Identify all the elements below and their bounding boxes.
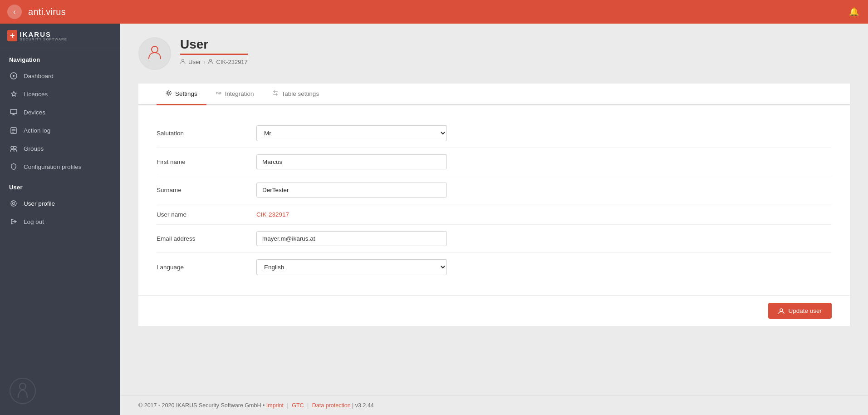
user-profile-icon [9,199,18,208]
user-avatar-icon [147,44,163,64]
sidebar-item-dashboard[interactable]: Dashboard [0,67,120,85]
logo-text: IKARUS [20,30,52,38]
language-select[interactable]: English German French Spanish [256,259,447,275]
svg-point-10 [14,146,16,149]
surname-input[interactable] [256,183,447,198]
settings-tab-icon [166,90,172,98]
breadcrumb-id: CIK-232917 [216,59,247,65]
tab-integration-label: Integration [225,90,254,97]
footer-imprint-link[interactable]: Imprint [266,402,284,409]
salutation-label: Salutation [157,130,256,137]
form-card-wrapper: Settings Integration [138,84,850,326]
sidebar-item-action-log[interactable]: Action log [0,121,120,139]
table-settings-tab-icon [272,90,279,98]
username-row: User name CIK-232917 [157,204,832,225]
firstname-control [256,154,447,169]
tab-table-settings-label: Table settings [282,90,319,97]
surname-control [256,183,447,198]
tab-settings-label: Settings [175,90,197,97]
user-avatar [138,37,171,70]
salutation-row: Salutation Mr Mrs Ms Dr [157,119,832,148]
svg-point-26 [780,309,783,311]
back-button[interactable]: ‹ [7,5,22,19]
footer-data-protection-link[interactable]: Data protection [312,402,351,409]
sidebar-logo: + IKARUS SECURITY SOFTWARE [0,24,120,48]
footer-sep1: | [287,402,288,409]
bell-icon[interactable]: 🔔 [849,7,859,17]
content-area: User User › [120,24,868,395]
svg-point-12 [13,203,15,205]
svg-point-15 [10,378,35,404]
sidebar-item-label: User profile [24,200,55,207]
svg-point-1 [13,75,15,77]
breadcrumb-user-label: User [188,59,201,65]
integration-tab-icon [216,90,222,98]
update-user-button[interactable]: Update user [768,303,832,319]
groups-icon [9,144,18,153]
svg-point-18 [182,59,184,62]
settings-form: Salutation Mr Mrs Ms Dr First name [138,105,850,295]
breadcrumb: User › CIK-232917 [180,59,248,65]
dashboard-icon [9,71,18,80]
tab-table-settings[interactable]: Table settings [263,84,329,105]
footer-bullet: • [263,402,266,409]
sidebar-item-licences[interactable]: Licences [0,85,120,103]
email-row: Email address [157,225,832,253]
sidebar-item-config-profiles[interactable]: Configuration profiles [0,158,120,176]
svg-point-20 [168,92,170,94]
tabs-bar: Settings Integration [138,84,850,105]
sidebar-item-devices[interactable]: Devices [0,103,120,121]
footer-gtc-link[interactable]: GTC [292,402,304,409]
footer: © 2017 - 2020 IKARUS Security Software G… [120,395,868,415]
salutation-select[interactable]: Mr Mrs Ms Dr [256,125,447,141]
footer-copyright: © 2017 - 2020 IKARUS Security Software G… [138,402,261,409]
language-row: Language English German French Spanish [157,253,832,282]
email-label: Email address [157,235,256,242]
licences-icon [9,89,18,99]
user-title-block: User User › [180,37,248,65]
topbar: ‹ anti.virus 🔔 [0,0,868,24]
log-out-icon [9,217,18,226]
config-profiles-icon [9,162,18,171]
svg-point-9 [11,146,14,149]
username-label: User name [157,211,256,218]
salutation-control: Mr Mrs Ms Dr [256,125,447,141]
breadcrumb-id-icon [208,59,213,65]
sidebar-item-label: Action log [24,127,50,134]
language-label: Language [157,264,256,271]
sidebar-item-log-out[interactable]: Log out [0,212,120,231]
sidebar: + IKARUS SECURITY SOFTWARE Navigation Da… [0,24,120,415]
form-actions: Update user [138,295,850,326]
svg-rect-2 [10,109,17,114]
surname-row: Surname [157,176,832,204]
sidebar-item-label: Log out [24,218,44,225]
username-display: CIK-232917 [256,211,447,218]
firstname-row: First name [157,148,832,176]
tab-settings[interactable]: Settings [157,84,206,105]
sidebar-item-label: Groups [24,145,44,152]
footer-version: | v3.2.44 [352,402,374,409]
sidebar-item-label: Configuration profiles [24,163,82,170]
svg-point-16 [20,383,26,390]
language-control: English German French Spanish [256,259,447,275]
devices-icon [9,108,18,117]
breadcrumb-user-icon [180,59,186,65]
user-section-title: User [0,176,120,194]
footer-sep2: | [307,402,309,409]
tab-integration[interactable]: Integration [206,84,263,105]
logo-cross: + [7,30,17,41]
main-content: User User › [120,24,868,415]
email-input[interactable] [256,231,447,246]
svg-point-11 [11,201,16,206]
sidebar-item-label: Dashboard [24,73,54,79]
firstname-label: First name [157,158,256,165]
sidebar-item-user-profile[interactable]: User profile [0,194,120,212]
sidebar-item-label: Devices [24,109,45,116]
surname-label: Surname [157,187,256,193]
sidebar-item-groups[interactable]: Groups [0,139,120,158]
sidebar-item-label: Licences [24,91,48,98]
firstname-input[interactable] [256,154,447,169]
update-user-label: Update user [788,307,822,314]
breadcrumb-separator: › [203,59,205,65]
app-title: anti.virus [28,7,66,17]
